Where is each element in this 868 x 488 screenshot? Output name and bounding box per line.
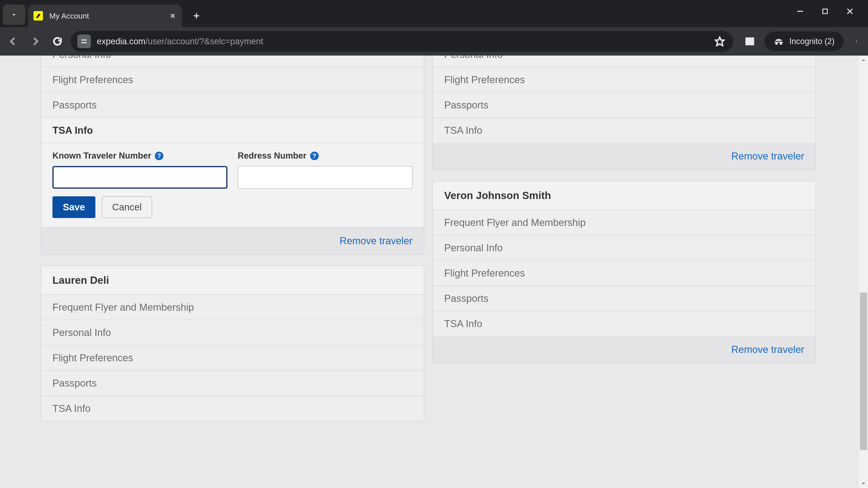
section-tsa-info[interactable]: TSA Info <box>433 118 815 143</box>
section-flight-prefs[interactable]: Flight Preferences <box>41 346 424 371</box>
redress-label: Redress Number ? <box>238 151 413 161</box>
bookmark-star-icon[interactable] <box>713 35 726 48</box>
section-tsa-info[interactable]: TSA Info <box>433 311 815 336</box>
section-passports[interactable]: Passports <box>433 286 815 311</box>
section-passports[interactable]: Passports <box>41 93 424 118</box>
section-personal-info[interactable]: Personal Info <box>41 320 424 346</box>
scrollbar-thumb[interactable] <box>860 293 867 450</box>
expedia-favicon <box>33 11 43 21</box>
svg-marker-12 <box>715 37 724 46</box>
section-personal-info[interactable]: Personal Info <box>41 56 424 67</box>
ktn-input[interactable] <box>53 166 227 189</box>
tsa-info-panel: Known Traveler Number ? Redress Number ? <box>41 143 424 228</box>
browser-toolbar: expedia.com/user/account/?&selc=payment … <box>0 27 868 56</box>
new-tab-button[interactable] <box>188 8 204 24</box>
traveler-name: Veron Johnson Smith <box>433 181 815 210</box>
tab-title: My Account <box>49 11 169 20</box>
section-flight-prefs[interactable]: Flight Preferences <box>433 67 815 93</box>
remove-traveler-link[interactable]: Remove traveler <box>731 344 804 355</box>
window-controls <box>796 0 868 23</box>
nav-reload-button[interactable] <box>49 32 66 51</box>
scroll-down-icon[interactable] <box>859 479 868 488</box>
svg-point-15 <box>856 40 857 41</box>
side-panel-icon[interactable] <box>742 33 758 49</box>
window-maximize-button[interactable] <box>820 7 830 16</box>
url-host: expedia.com <box>97 37 145 46</box>
ktn-label: Known Traveler Number ? <box>53 151 227 161</box>
incognito-indicator[interactable]: Incognito (2) <box>765 32 844 51</box>
site-settings-icon[interactable] <box>77 35 91 48</box>
nav-forward-button[interactable] <box>26 32 44 51</box>
save-button[interactable]: Save <box>53 196 95 218</box>
tab-search-button[interactable] <box>3 4 25 25</box>
section-flight-prefs[interactable]: Flight Preferences <box>41 67 424 93</box>
redress-help-icon[interactable]: ? <box>310 152 319 160</box>
tab-close-icon[interactable] <box>169 12 176 20</box>
section-flight-prefs[interactable]: Flight Preferences <box>433 261 815 286</box>
redress-label-text: Redress Number <box>238 151 307 161</box>
svg-point-16 <box>856 41 857 42</box>
ktn-label-text: Known Traveler Number <box>53 151 151 161</box>
section-ffm[interactable]: Frequent Flyer and Membership <box>41 295 424 320</box>
svg-rect-13 <box>746 38 753 44</box>
vertical-scrollbar[interactable] <box>859 56 868 488</box>
remove-traveler-link[interactable]: Remove traveler <box>731 151 804 162</box>
section-passports[interactable]: Passports <box>433 93 815 118</box>
card-footer: Remove traveler <box>41 228 424 254</box>
cancel-button[interactable]: Cancel <box>102 196 152 218</box>
traveler-card-lauren: Lauren Deli Frequent Flyer and Membershi… <box>41 265 424 421</box>
traveler-name: Lauren Deli <box>41 266 424 295</box>
traveler-card: Personal Info Flight Preferences Passpor… <box>432 56 816 170</box>
nav-back-button[interactable] <box>4 32 22 51</box>
window-close-button[interactable] <box>845 7 855 16</box>
traveler-card: Personal Info Flight Preferences Passpor… <box>41 56 424 255</box>
page-viewport: Personal Info Flight Preferences Passpor… <box>0 56 868 488</box>
card-footer: Remove traveler <box>433 143 815 169</box>
section-personal-info[interactable]: Personal Info <box>433 56 815 67</box>
section-tsa-info[interactable]: TSA Info <box>41 396 424 421</box>
chrome-menu-icon[interactable] <box>850 35 864 48</box>
svg-rect-5 <box>823 9 827 13</box>
address-bar[interactable]: expedia.com/user/account/?&selc=payment <box>70 31 733 52</box>
section-personal-info[interactable]: Personal Info <box>433 235 815 261</box>
ktn-help-icon[interactable]: ? <box>155 152 163 160</box>
browser-tab[interactable]: My Account <box>28 4 182 27</box>
redress-input[interactable] <box>238 166 413 189</box>
url-text: expedia.com/user/account/?&selc=payment <box>97 37 707 46</box>
scroll-up-icon[interactable] <box>859 56 868 65</box>
browser-titlebar: My Account <box>0 0 868 27</box>
card-footer: Remove traveler <box>433 336 815 363</box>
section-ffm[interactable]: Frequent Flyer and Membership <box>433 210 815 235</box>
window-minimize-button[interactable] <box>796 7 805 16</box>
incognito-label: Incognito (2) <box>789 37 835 46</box>
url-path: /user/account/?&selc=payment <box>145 37 263 46</box>
svg-point-17 <box>856 42 857 43</box>
remove-traveler-link[interactable]: Remove traveler <box>340 235 412 246</box>
traveler-card-veron: Veron Johnson Smith Frequent Flyer and M… <box>432 181 816 363</box>
section-tsa-info[interactable]: TSA Info <box>41 118 424 143</box>
scrollbar-track[interactable] <box>859 65 868 479</box>
section-passports[interactable]: Passports <box>41 371 424 396</box>
